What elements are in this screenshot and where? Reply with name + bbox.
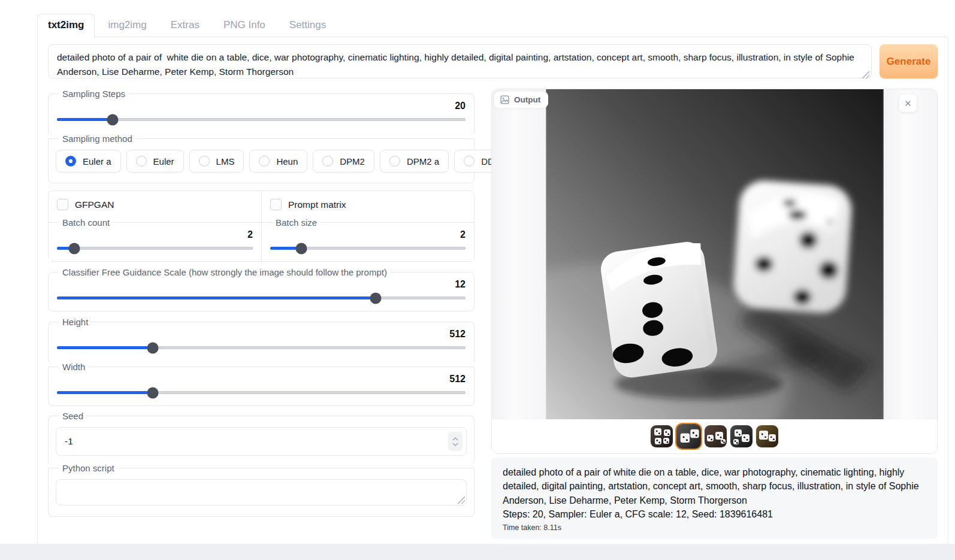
cfg-scale-group: Classifier Free Guidance Scale (how stro… bbox=[48, 267, 475, 311]
chevron-down-icon[interactable] bbox=[452, 443, 458, 446]
sampling-method-option[interactable]: Euler a bbox=[56, 150, 121, 172]
page-footer bbox=[0, 544, 955, 560]
tab-bar: txt2imgimg2imgExtrasPNG InfoSettings bbox=[37, 15, 948, 37]
seed-stepper[interactable] bbox=[448, 432, 463, 451]
controls-column: Sampling Steps 20 Sampling method Euler … bbox=[48, 89, 475, 517]
slider-thumb[interactable] bbox=[107, 114, 119, 125]
batch-count-group: Batch count 2 bbox=[49, 217, 261, 261]
sampling-method-option[interactable]: LMS bbox=[189, 150, 244, 172]
seed-group: Seed bbox=[48, 411, 475, 463]
prompt-row: detailed photo of a pair of white die on… bbox=[48, 44, 938, 81]
sampling-method-options: Euler aEulerLMSHeunDPM2DPM2 aDDIMPLMS bbox=[56, 150, 467, 172]
height-slider[interactable] bbox=[57, 346, 466, 349]
width-value: 512 bbox=[56, 374, 466, 385]
output-column: Output ✕ bbox=[491, 89, 938, 539]
seed-label: Seed bbox=[59, 411, 87, 421]
prompt-input[interactable]: detailed photo of a pair of white die on… bbox=[48, 44, 872, 78]
result-info-box: detailed photo of a pair of white die on… bbox=[491, 458, 938, 539]
tab-txt2img[interactable]: txt2img bbox=[37, 14, 95, 37]
radio-label: DPM2 a bbox=[407, 156, 439, 167]
radio-label: Heun bbox=[276, 156, 298, 167]
gallery-thumbnail[interactable] bbox=[756, 425, 778, 447]
radio-icon[interactable] bbox=[322, 156, 333, 167]
prompt-matrix-checkbox[interactable]: Prompt matrix bbox=[262, 191, 474, 217]
result-prompt-text: detailed photo of a pair of white die on… bbox=[503, 465, 926, 507]
python-script-input[interactable] bbox=[56, 479, 467, 505]
result-params-text: Steps: 20, Sampler: Euler a, CFG scale: … bbox=[503, 507, 926, 521]
sampling-method-group: Sampling method Euler aEulerLMSHeunDPM2D… bbox=[48, 134, 475, 183]
sampling-steps-group: Sampling Steps 20 bbox=[48, 89, 475, 134]
checkbox-icon[interactable] bbox=[270, 199, 282, 210]
batch-count-value: 2 bbox=[56, 229, 253, 240]
batch-size-value: 2 bbox=[269, 229, 466, 240]
thumbnail-row bbox=[492, 419, 937, 453]
chevron-up-icon[interactable] bbox=[452, 437, 458, 441]
python-script-label: Python script bbox=[59, 463, 118, 473]
cfg-scale-label: Classifier Free Guidance Scale (how stro… bbox=[59, 267, 391, 277]
radio-label: LMS bbox=[216, 156, 235, 167]
slider-thumb[interactable] bbox=[147, 342, 159, 353]
slider-thumb[interactable] bbox=[147, 387, 159, 398]
slider-thumb[interactable] bbox=[370, 292, 381, 304]
gallery-thumbnail[interactable] bbox=[730, 425, 752, 447]
output-panel-label: Output bbox=[494, 92, 548, 108]
radio-icon[interactable] bbox=[259, 156, 270, 167]
gallery-thumbnail[interactable] bbox=[651, 425, 673, 447]
cfg-scale-value: 12 bbox=[56, 279, 466, 290]
seed-input[interactable] bbox=[56, 427, 467, 456]
radio-icon[interactable] bbox=[199, 156, 210, 167]
tab-img2img[interactable]: img2img bbox=[97, 14, 157, 37]
radio-icon[interactable] bbox=[389, 156, 400, 167]
slider-thumb[interactable] bbox=[296, 243, 307, 254]
close-button[interactable]: ✕ bbox=[899, 95, 917, 112]
python-script-group: Python script bbox=[48, 463, 475, 517]
sampling-steps-value: 20 bbox=[56, 101, 466, 111]
sampling-method-option[interactable]: DPM2 a bbox=[380, 150, 449, 172]
height-value: 512 bbox=[56, 329, 466, 340]
sampling-method-option[interactable]: Euler bbox=[126, 150, 184, 172]
main-content: detailed photo of a pair of white die on… bbox=[37, 37, 948, 544]
output-gallery: Output ✕ bbox=[491, 89, 938, 454]
radio-label: DPM2 bbox=[340, 156, 365, 167]
gfpgan-checkbox[interactable]: GFPGAN bbox=[49, 191, 261, 217]
radio-label: Euler a bbox=[83, 156, 111, 167]
radio-icon[interactable] bbox=[136, 156, 147, 167]
sampling-steps-label: Sampling Steps bbox=[59, 89, 129, 99]
image-icon bbox=[500, 95, 509, 104]
gallery-side-fill bbox=[884, 89, 938, 419]
gfpgan-label: GFPGAN bbox=[75, 199, 114, 210]
tab-Extras[interactable]: Extras bbox=[160, 14, 210, 37]
radio-label: Euler bbox=[153, 156, 174, 167]
gallery-thumbnail[interactable] bbox=[676, 424, 701, 449]
output-image-area bbox=[492, 89, 937, 419]
width-group: Width 512 bbox=[48, 362, 475, 406]
tab-PNG Info[interactable]: PNG Info bbox=[213, 14, 276, 37]
width-slider[interactable] bbox=[57, 391, 466, 394]
gallery-side-fill bbox=[492, 89, 546, 419]
result-time-text: Time taken: 8.11s bbox=[503, 523, 926, 532]
slider-thumb[interactable] bbox=[69, 243, 80, 254]
generate-button[interactable]: Generate bbox=[880, 44, 938, 78]
checkbox-icon[interactable] bbox=[57, 199, 68, 210]
batch-size-group: Batch size 2 bbox=[262, 217, 474, 261]
height-label: Height bbox=[59, 317, 92, 327]
batch-count-slider[interactable] bbox=[57, 247, 253, 250]
app-window: txt2imgimg2imgExtrasPNG InfoSettings det… bbox=[37, 15, 948, 544]
batch-size-label: Batch size bbox=[272, 217, 321, 228]
sampling-steps-slider[interactable] bbox=[57, 118, 466, 121]
radio-icon[interactable] bbox=[65, 156, 76, 167]
sampling-method-option[interactable]: Heun bbox=[249, 150, 307, 172]
output-image[interactable] bbox=[546, 89, 884, 419]
width-label: Width bbox=[59, 362, 89, 372]
batch-count-label: Batch count bbox=[59, 217, 113, 228]
sampling-method-label: Sampling method bbox=[59, 134, 136, 144]
radio-icon[interactable] bbox=[464, 156, 475, 167]
prompt-matrix-label: Prompt matrix bbox=[288, 199, 346, 210]
height-group: Height 512 bbox=[48, 317, 475, 362]
cfg-scale-slider[interactable] bbox=[57, 296, 466, 299]
gallery-thumbnail[interactable] bbox=[705, 425, 727, 447]
sampling-method-option[interactable]: DPM2 bbox=[313, 150, 374, 172]
batch-panel: GFPGAN Batch count 2 P bbox=[48, 190, 475, 262]
batch-size-slider[interactable] bbox=[270, 247, 466, 250]
tab-Settings[interactable]: Settings bbox=[279, 14, 337, 37]
